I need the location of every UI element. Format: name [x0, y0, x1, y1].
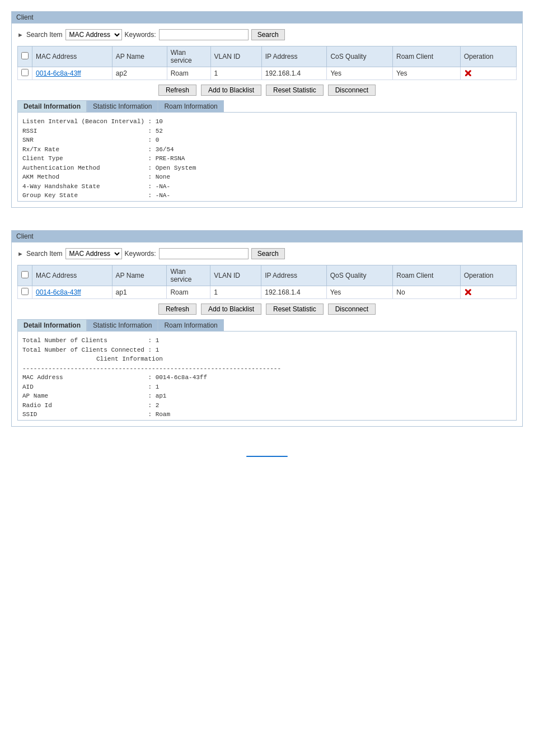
th-ap-1: AP Name [112, 46, 167, 67]
th-ip-2: IP Address [261, 265, 327, 286]
refresh-button-1[interactable]: Refresh [158, 85, 196, 96]
search-select-2[interactable]: MAC Address AP Name IP Address [65, 248, 122, 259]
row-ip-1: 192.168.1.4 [261, 67, 327, 80]
tab-detail-info-2[interactable]: Detail Information [17, 319, 87, 331]
keywords-label-2: Keywords: [125, 250, 156, 258]
table-header-row-1: MAC Address AP Name Wlanservice VLAN ID … [18, 46, 517, 67]
disconnect-button-1[interactable]: Disconnect [328, 85, 376, 96]
mac-link-2[interactable]: 0014-6c8a-43ff [36, 288, 81, 296]
reset-statistic-button-2[interactable]: Reset Statistic [266, 304, 324, 315]
search-select-1[interactable]: MAC Address AP Name IP Address [65, 29, 122, 40]
client-table-1: MAC Address AP Name Wlanservice VLAN ID … [17, 46, 517, 80]
tab-statistic-info-2[interactable]: Statistic Information [87, 319, 158, 331]
row-checkbox-1[interactable] [21, 69, 29, 76]
detail-tabs-1: Detail Information Statistic Information… [17, 100, 517, 112]
tab-roam-info-1[interactable]: Roam Information [158, 100, 223, 112]
panel-1-header: Client [12, 12, 522, 24]
panel-1: Client ► Search Item MAC Address AP Name… [11, 11, 523, 208]
th-mac-2: MAC Address [32, 265, 113, 286]
row-roam-2: No [393, 286, 461, 299]
footer-link[interactable]: ___________ [11, 449, 523, 457]
action-bar-2: Refresh Add to Blacklist Reset Statistic… [17, 304, 517, 315]
th-wlan-1: Wlanservice [167, 46, 210, 67]
detail-tabs-2: Detail Information Statistic Information… [17, 319, 517, 331]
row-op-2: 🗙 [460, 286, 516, 299]
select-all-1[interactable] [21, 52, 29, 59]
keywords-label-1: Keywords: [125, 31, 156, 39]
row-vlan-2: 1 [210, 286, 261, 299]
th-wlan-2: Wlanservice [167, 265, 210, 286]
search-label-1: Search Item [26, 31, 63, 39]
th-ap-2: AP Name [112, 265, 167, 286]
select-all-2[interactable] [21, 271, 29, 278]
row-vlan-1: 1 [210, 67, 261, 80]
panel-2: Client ► Search Item MAC Address AP Name… [11, 230, 523, 427]
th-check-2 [18, 265, 32, 286]
tab-detail-info-1[interactable]: Detail Information [17, 100, 87, 112]
table-header-row-2: MAC Address AP Name Wlanservice VLAN ID … [18, 265, 517, 286]
row-ap-1: ap2 [112, 67, 167, 80]
th-vlan-2: VLAN ID [210, 265, 261, 286]
th-roam-1: Roam Client [392, 46, 460, 67]
keywords-input-1[interactable] [159, 29, 249, 40]
row-mac-1: 0014-6c8a-43ff [32, 67, 113, 80]
refresh-button-2[interactable]: Refresh [158, 304, 196, 315]
row-roam-1: Yes [392, 67, 460, 80]
th-op-2: Operation [460, 265, 516, 286]
th-op-1: Operation [460, 46, 516, 67]
reset-statistic-button-1[interactable]: Reset Statistic [266, 85, 324, 96]
add-blacklist-button-1[interactable]: Add to Blacklist [201, 85, 261, 96]
mac-link-1[interactable]: 0014-6c8a-43ff [36, 69, 81, 77]
th-qos-2: QoS Quality [326, 265, 392, 286]
tab-roam-info-2[interactable]: Roam Information [158, 319, 223, 331]
tab-statistic-info-1[interactable]: Statistic Information [87, 100, 158, 112]
table-row: 0014-6c8a-43ff ap2 Roam 1 192.168.1.4 Ye… [18, 67, 517, 80]
row-op-1: 🗙 [460, 67, 516, 80]
th-check-1 [18, 46, 32, 67]
panel-2-header: Client [12, 231, 522, 242]
disconnect-icon-1[interactable]: 🗙 [464, 69, 472, 78]
th-roam-2: Roam Client [393, 265, 461, 286]
bssid-value-2: 000E-e27b-3490 [156, 420, 210, 421]
row-check-1 [18, 67, 32, 80]
row-ap-2: ap1 [112, 286, 167, 299]
row-checkbox-2[interactable] [21, 288, 29, 295]
client-table-2: MAC Address AP Name Wlanservice VLAN ID … [17, 265, 517, 299]
panel-2-body: ► Search Item MAC Address AP Name IP Add… [12, 242, 522, 426]
search-bar-2: ► Search Item MAC Address AP Name IP Add… [17, 248, 517, 259]
search-arrow-1: ► [17, 31, 24, 38]
row-mac-2: 0014-6c8a-43ff [32, 286, 113, 299]
panel-1-body: ► Search Item MAC Address AP Name IP Add… [12, 24, 522, 207]
keywords-input-2[interactable] [159, 248, 249, 259]
table-row: 0014-6c8a-43ff ap1 Roam 1 192.168.1.4 Ye… [18, 286, 517, 299]
th-ip-1: IP Address [261, 46, 327, 67]
row-wlan-2: Roam [167, 286, 210, 299]
search-bar-1: ► Search Item MAC Address AP Name IP Add… [17, 29, 517, 40]
row-ip-2: 192.168.1.4 [261, 286, 327, 299]
row-check-2 [18, 286, 32, 299]
search-button-1[interactable]: Search [251, 29, 285, 40]
search-arrow-2: ► [17, 250, 24, 257]
action-bar-1: Refresh Add to Blacklist Reset Statistic… [17, 85, 517, 96]
add-blacklist-button-2[interactable]: Add to Blacklist [201, 304, 261, 315]
row-cos-2: Yes [326, 286, 392, 299]
detail-content-1: Listen Interval (Beacon Interval) : 10 R… [17, 112, 517, 202]
th-vlan-1: VLAN ID [210, 46, 261, 67]
search-button-2[interactable]: Search [251, 248, 285, 259]
th-mac-1: MAC Address [32, 46, 113, 67]
disconnect-icon-2[interactable]: 🗙 [464, 288, 472, 297]
row-wlan-1: Roam [167, 67, 210, 80]
footer: ___________ [11, 449, 523, 457]
search-label-2: Search Item [26, 250, 63, 258]
disconnect-button-2[interactable]: Disconnect [328, 304, 376, 315]
detail-content-2: Total Number of Clients : 1 Total Number… [17, 331, 517, 421]
th-cos-1: CoS Quality [327, 46, 393, 67]
row-cos-1: Yes [327, 67, 393, 80]
